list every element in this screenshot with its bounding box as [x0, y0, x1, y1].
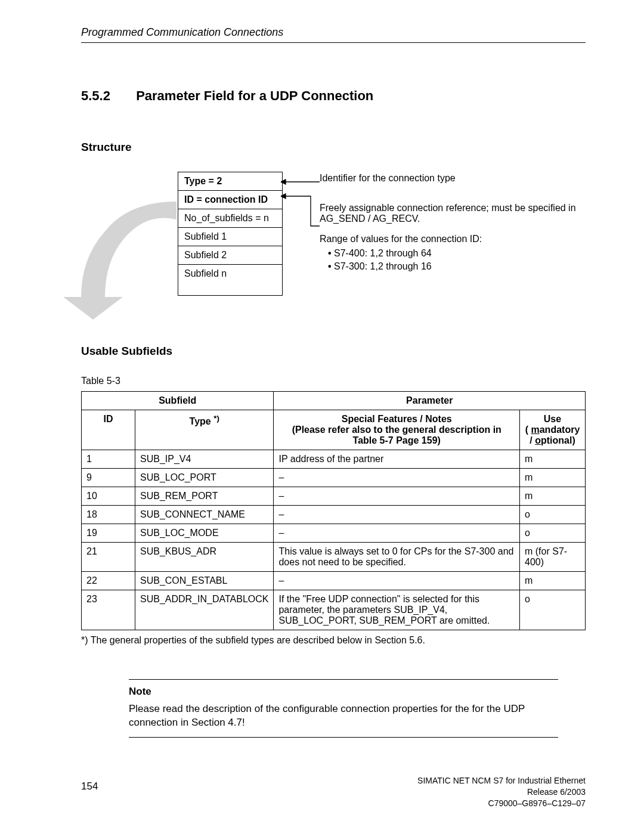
table-cell-use: m — [520, 572, 586, 590]
callout-range-item: S7-400: 1,2 through 64 — [324, 248, 586, 259]
th-use: Use ( mandatory / optional) — [520, 410, 586, 450]
structure-cell-sf2: Subfield 2 — [178, 246, 283, 265]
table-cell-use: m — [520, 450, 586, 469]
structure-heading: Structure — [81, 141, 586, 154]
table-cell-use: o — [520, 524, 586, 543]
table-cell-use: m — [520, 469, 586, 487]
table-cell-notes: – — [274, 506, 520, 524]
curved-arrow-icon — [57, 196, 182, 321]
table-row: 19SUB_LOC_MODE–o — [82, 524, 586, 543]
table-cell-notes: – — [274, 524, 520, 543]
table-cell-notes: IP address of the partner — [274, 450, 520, 469]
table-cell-use: o — [520, 590, 586, 630]
callout-range-label: Range of values for the connection ID: — [320, 234, 586, 244]
table-row: 21SUB_KBUS_ADRThis value is always set t… — [82, 543, 586, 572]
callout-conn-ref: Freely assignable connection reference; … — [320, 203, 586, 224]
section-number: 5.5.2 — [81, 88, 132, 104]
callout-type-id: Identifier for the connection type — [320, 173, 586, 184]
section-title: Parameter Field for a UDP Connection — [136, 88, 373, 103]
table-cell-notes: – — [274, 469, 520, 487]
table-cell-id: 23 — [82, 590, 135, 630]
section-heading: 5.5.2 Parameter Field for a UDP Connecti… — [81, 88, 586, 104]
structure-cell-type: Type = 2 — [178, 172, 283, 191]
table-cell-id: 1 — [82, 450, 135, 469]
callouts: Identifier for the connection type Freel… — [320, 173, 586, 274]
usable-heading: Usable Subfields — [81, 345, 586, 358]
table-cell-use: m (for S7-400) — [520, 543, 586, 572]
header-rule — [81, 42, 586, 43]
table-cell-id: 21 — [82, 543, 135, 572]
table-caption: Table 5-3 — [81, 376, 586, 386]
footer-docnum: C79000–G8976–C129–07 — [417, 798, 586, 809]
th-id: ID — [82, 410, 135, 450]
table-cell-notes: If the "Free UDP connection" is selected… — [274, 590, 520, 630]
structure-diagram: Type = 2 ID = connection ID No_of_subfie… — [81, 172, 586, 339]
structure-cell-id: ID = connection ID — [178, 191, 283, 209]
table-cell-notes: – — [274, 572, 520, 590]
table-cell-id: 9 — [82, 469, 135, 487]
note-rule-bottom — [129, 737, 558, 738]
table-cell-type: SUB_REM_PORT — [135, 487, 274, 506]
structure-cell-sf1: Subfield 1 — [178, 228, 283, 246]
table-footnote: *) The general properties of the subfiel… — [81, 635, 586, 646]
th-parameter: Parameter — [274, 392, 586, 410]
svg-marker-2 — [281, 194, 286, 199]
note-block: Note Please read the description of the … — [129, 679, 558, 738]
footer-release: Release 6/2003 — [417, 786, 586, 798]
note-text: Please read the description of the confi… — [129, 702, 558, 730]
structure-cell-nosub: No_of_subfields = n — [178, 209, 283, 228]
table-cell-use: o — [520, 506, 586, 524]
table-row: 10SUB_REM_PORT–m — [82, 487, 586, 506]
table-row: 23SUB_ADDR_IN_DATABLOCKIf the "Free UDP … — [82, 590, 586, 630]
table-row: 18SUB_CONNECT_NAME–o — [82, 506, 586, 524]
table-row: 9SUB_LOC_PORT–m — [82, 469, 586, 487]
leader-line-icon — [281, 193, 320, 229]
table-row: 22SUB_CON_ESTABL–m — [82, 572, 586, 590]
svg-marker-1 — [281, 179, 286, 184]
table-cell-type: SUB_LOC_PORT — [135, 469, 274, 487]
table-cell-id: 18 — [82, 506, 135, 524]
table-cell-type: SUB_CONNECT_NAME — [135, 506, 274, 524]
subfield-table: Subfield Parameter ID Type *) Special Fe… — [81, 391, 586, 630]
table-cell-type: SUB_LOC_MODE — [135, 524, 274, 543]
structure-table: Type = 2 ID = connection ID No_of_subfie… — [178, 172, 283, 296]
table-cell-type: SUB_ADDR_IN_DATABLOCK — [135, 590, 274, 630]
table-row: 1SUB_IP_V4IP address of the partnerm — [82, 450, 586, 469]
leader-line-icon — [281, 179, 320, 185]
table-cell-notes: – — [274, 487, 520, 506]
th-subfield: Subfield — [82, 392, 274, 410]
table-cell-notes: This value is always set to 0 for CPs fo… — [274, 543, 520, 572]
structure-cell-sfn: Subfield n — [178, 265, 283, 296]
table-cell-type: SUB_KBUS_ADR — [135, 543, 274, 572]
note-title: Note — [129, 686, 558, 698]
table-cell-type: SUB_CON_ESTABL — [135, 572, 274, 590]
callout-range-item: S7-300: 1,2 through 16 — [324, 261, 586, 272]
table-cell-id: 19 — [82, 524, 135, 543]
note-rule-top — [129, 679, 558, 680]
table-cell-type: SUB_IP_V4 — [135, 450, 274, 469]
th-notes: Special Features / Notes (Please refer a… — [274, 410, 520, 450]
table-cell-use: m — [520, 487, 586, 506]
page-number: 154 — [81, 781, 98, 792]
th-type: Type *) — [135, 410, 274, 450]
footer-doc-title: SIMATIC NET NCM S7 for Industrial Ethern… — [417, 775, 586, 786]
table-cell-id: 22 — [82, 572, 135, 590]
table-cell-id: 10 — [82, 487, 135, 506]
running-header: Programmed Communication Connections — [81, 26, 586, 39]
